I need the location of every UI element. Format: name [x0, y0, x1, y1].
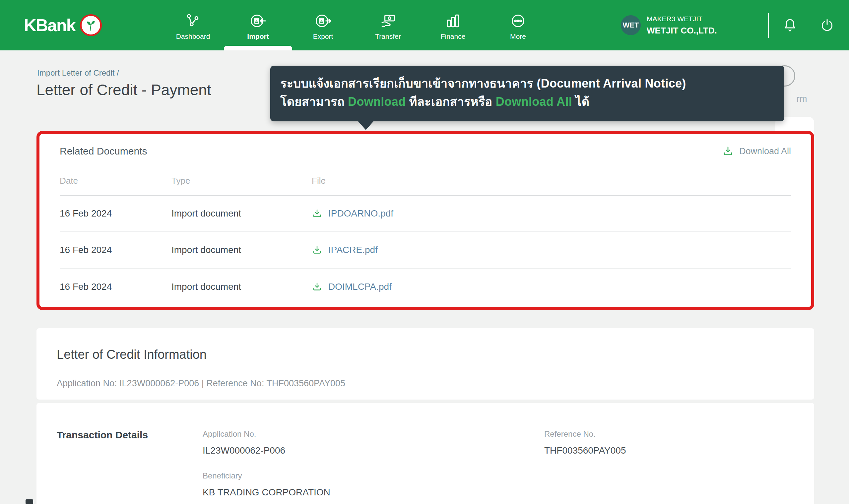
- file-download-link[interactable]: IPACRE.pdf: [312, 245, 791, 255]
- reference-no-value: THF003560PAY005: [544, 445, 794, 456]
- tooltip-download-keyword: Download: [348, 95, 405, 108]
- lc-information-card: Letter of Credit Information Application…: [36, 328, 814, 399]
- tooltip-line-1: ระบบแจ้งเอกสารเรียกเก็บขาเข้าจากทางธนาคา…: [280, 74, 774, 92]
- download-icon: [312, 282, 322, 292]
- nav-item-label: Import: [247, 33, 269, 40]
- cell-date: 16 Feb 2024: [60, 245, 171, 255]
- nav-item-label: Finance: [441, 33, 466, 40]
- application-no-label: Application No.: [203, 429, 544, 439]
- beneficiary-field: Beneficiary KB TRADING CORPORATION 123 N…: [203, 471, 544, 504]
- reference-no-label: Reference No.: [544, 429, 794, 439]
- download-icon: [312, 245, 322, 255]
- reference-no-field: Reference No. THF003560PAY005: [544, 429, 794, 456]
- avatar: WET: [621, 15, 641, 35]
- transaction-details-col-2: Reference No. THF003560PAY005: [544, 429, 794, 504]
- cell-type: Import document: [171, 245, 312, 255]
- file-name: IPACRE.pdf: [328, 245, 378, 255]
- nav-item-transfer[interactable]: Transfer: [356, 0, 420, 50]
- related-documents-header: Related Documents Download All: [60, 145, 791, 157]
- lc-information-title: Letter of Credit Information: [57, 347, 794, 362]
- column-header-file: File: [312, 176, 791, 186]
- download-all-button[interactable]: Download All: [722, 145, 791, 157]
- beneficiary-name: KB TRADING CORPORATION: [203, 487, 544, 498]
- nav-item-more[interactable]: More: [486, 0, 550, 50]
- column-header-type: Type: [171, 176, 312, 186]
- file-download-link[interactable]: DOIMLCPA.pdf: [312, 282, 791, 292]
- bottom-left-artifact: [25, 499, 33, 504]
- import-icon: [250, 12, 266, 29]
- user-company: WETJIT CO.,LTD.: [647, 25, 717, 36]
- obscured-button-label: rm: [797, 94, 807, 104]
- page: KBank Dashboard: [0, 0, 849, 504]
- lc-information-subtitle: Application No: IL23W000062-P006 | Refer…: [57, 378, 794, 389]
- beneficiary-label: Beneficiary: [203, 471, 544, 481]
- notifications-button[interactable]: [782, 0, 798, 50]
- nav-item-label: More: [510, 33, 526, 40]
- brand-wordmark: KBank: [24, 15, 75, 35]
- related-documents-card: Related Documents Download All Date Type…: [36, 131, 814, 310]
- file-name: IPDOARNO.pdf: [328, 208, 393, 219]
- application-no-value: IL23W000062-P006: [203, 445, 544, 456]
- nav-item-export[interactable]: Export: [290, 0, 356, 50]
- tooltip-line-2: โดยสามารถ Download ทีละเอกสารหรือ Downlo…: [280, 92, 774, 111]
- table-row: 16 Feb 2024 Import document IPDOARNO.pdf: [60, 196, 791, 232]
- user-text: MAKER3 WETJIT WETJIT CO.,LTD.: [647, 15, 717, 36]
- table-row: 16 Feb 2024 Import document IPACRE.pdf: [60, 232, 791, 269]
- main-nav: Dashboard Import: [161, 0, 550, 50]
- nav-item-import[interactable]: Import: [225, 0, 290, 50]
- logout-button[interactable]: [819, 0, 835, 50]
- transfer-icon: [380, 12, 396, 29]
- transaction-details-grid: Transaction Details Application No. IL23…: [57, 429, 794, 504]
- documents-table: Date Type File 16 Feb 2024 Import docume…: [60, 166, 791, 305]
- power-icon: [819, 17, 835, 33]
- guide-tooltip: ระบบแจ้งเอกสารเรียกเก็บขาเข้าจากทางธนาคา…: [270, 66, 784, 121]
- user-menu[interactable]: WET MAKER3 WETJIT WETJIT CO.,LTD.: [621, 0, 717, 50]
- finance-icon: [445, 12, 461, 29]
- transaction-details-card: Transaction Details Application No. IL23…: [36, 403, 814, 504]
- file-download-link[interactable]: IPDOARNO.pdf: [312, 208, 791, 219]
- cell-date: 16 Feb 2024: [60, 282, 171, 292]
- more-icon: [510, 12, 526, 29]
- cell-type: Import document: [171, 208, 312, 219]
- nav-item-label: Export: [313, 33, 333, 40]
- tooltip-text: โดยสามารถ: [280, 95, 348, 108]
- cell-date: 16 Feb 2024: [60, 208, 171, 219]
- bell-icon: [782, 17, 798, 33]
- transaction-details-title: Transaction Details: [57, 429, 203, 504]
- transaction-details-col-1: Application No. IL23W000062-P006 Benefic…: [203, 429, 544, 504]
- download-icon: [722, 145, 734, 157]
- download-all-label: Download All: [739, 146, 791, 157]
- top-navbar: KBank Dashboard: [0, 0, 849, 50]
- column-header-date: Date: [60, 176, 171, 186]
- tooltip-download-all-keyword: Download All: [496, 95, 572, 108]
- file-name: DOIMLCPA.pdf: [328, 282, 392, 292]
- export-icon: [315, 12, 331, 29]
- breadcrumb[interactable]: Import Letter of Credit /: [37, 68, 119, 77]
- cell-type: Import document: [171, 282, 312, 292]
- page-title: Letter of Credit - Payment: [36, 81, 211, 99]
- dashboard-icon: [185, 12, 201, 29]
- tooltip-text: ทีละเอกสารหรือ: [405, 95, 495, 108]
- application-no-field: Application No. IL23W000062-P006: [203, 429, 544, 456]
- user-name: MAKER3 WETJIT: [647, 15, 717, 23]
- documents-table-header: Date Type File: [60, 166, 791, 196]
- table-row: 16 Feb 2024 Import document DOIMLCPA.pdf: [60, 269, 791, 305]
- related-documents-title: Related Documents: [60, 146, 147, 157]
- nav-item-finance[interactable]: Finance: [420, 0, 486, 50]
- navbar-divider: [768, 13, 769, 38]
- download-icon: [312, 208, 322, 219]
- kbank-sprout-icon: [80, 14, 102, 36]
- nav-item-label: Dashboard: [176, 33, 210, 40]
- nav-item-label: Transfer: [375, 33, 401, 40]
- nav-item-dashboard[interactable]: Dashboard: [161, 0, 225, 50]
- tooltip-text: ได้: [572, 95, 589, 108]
- brand-logo[interactable]: KBank: [24, 0, 102, 50]
